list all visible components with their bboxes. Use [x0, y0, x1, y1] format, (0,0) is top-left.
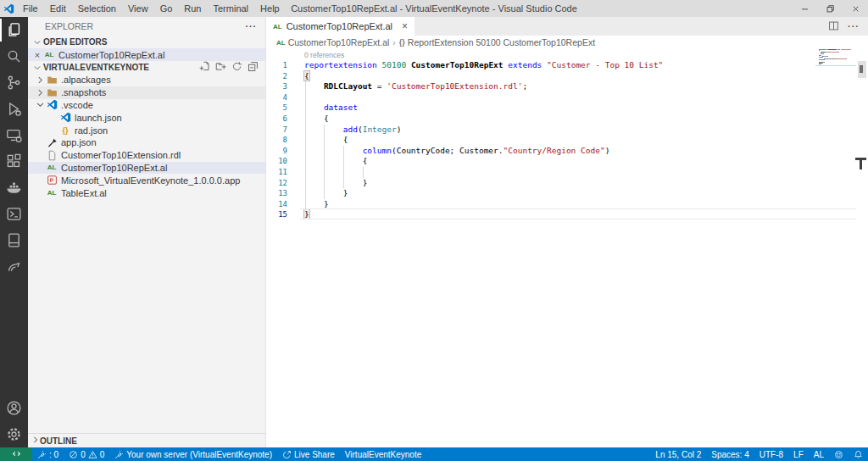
- code-line-11[interactable]: 11: [266, 167, 868, 178]
- code-line-1[interactable]: 1reportextension 50100 CustomerTop10RepE…: [266, 60, 868, 71]
- vscode-window: { "window": { "title": "CustomerTop10Rep…: [0, 0, 868, 461]
- activity-remote-explorer[interactable]: [0, 122, 28, 148]
- split-editor-icon[interactable]: [828, 20, 839, 33]
- code-line-4[interactable]: 4: [266, 92, 868, 103]
- workspace-header[interactable]: VIRTUALEVENTKEYNOTE: [28, 61, 265, 74]
- tree-item-customertop10repext-al[interactable]: ALCustomerTop10RepExt.al: [28, 162, 265, 175]
- editor-more-actions-icon[interactable]: ···: [848, 21, 860, 31]
- status-live-share-status[interactable]: Live Share: [277, 447, 340, 461]
- activity-search[interactable]: [0, 43, 28, 69]
- open-editor-item[interactable]: ×ALCustomerTop10RepExt.al: [28, 48, 265, 61]
- restore-button[interactable]: [817, 0, 843, 17]
- breadcrumb-item[interactable]: CustomerTop10RepExt.al: [288, 37, 390, 47]
- menu-selection[interactable]: Selection: [72, 0, 122, 17]
- tree-item--vscode[interactable]: .vscode: [28, 99, 265, 112]
- codelens-references[interactable]: 0 references: [304, 51, 344, 59]
- menu-file[interactable]: File: [17, 0, 44, 17]
- remote-icon: [6, 127, 22, 143]
- status-eol[interactable]: LF: [788, 447, 809, 461]
- code-line-5[interactable]: 5 dataset: [266, 103, 868, 114]
- activity-explorer[interactable]: [0, 17, 28, 43]
- code-line-2[interactable]: 2{: [266, 71, 868, 82]
- tree-item-rad-json[interactable]: {}rad.json: [28, 124, 265, 136]
- minimize-button[interactable]: [792, 0, 817, 17]
- new-file-icon[interactable]: [199, 61, 210, 74]
- activity-run-debug[interactable]: [0, 96, 28, 122]
- breadcrumb-item[interactable]: ReportExtension 50100 CustomerTop10RepEx…: [408, 37, 595, 47]
- tree-item--alpackages[interactable]: .alpackages: [28, 74, 265, 86]
- activity-docker[interactable]: [0, 175, 28, 201]
- code-line-12[interactable]: 12 }: [266, 178, 868, 189]
- status-text: VirtualEventKeynote: [345, 450, 421, 459]
- refresh-icon[interactable]: [231, 61, 242, 74]
- activity-extensions[interactable]: [0, 148, 28, 175]
- tree-item-customertop10extension-rdl[interactable]: CustomerTop10Extension.rdl: [28, 149, 265, 162]
- explorer-more-actions[interactable]: ···: [246, 21, 258, 31]
- menu-go[interactable]: Go: [154, 0, 179, 17]
- line-number: 13: [266, 188, 287, 199]
- tree-item-microsoft-virtualeventkeynote-1-0-0-0-app[interactable]: Microsoft_VirtualEventKeynote_1.0.0.0.ap…: [28, 174, 265, 186]
- status-encoding[interactable]: UTF-8: [754, 447, 788, 461]
- activity-accounts[interactable]: [0, 395, 28, 421]
- account-icon: [6, 400, 22, 416]
- code-line-7[interactable]: 7 add(Integer): [266, 125, 868, 136]
- activity-powershell[interactable]: [0, 201, 28, 227]
- status-indentation[interactable]: Spaces: 4: [706, 447, 754, 461]
- menu-view[interactable]: View: [122, 0, 154, 17]
- status-problems-status[interactable]: 00: [64, 447, 109, 461]
- status-al-server-status[interactable]: Your own server (VirtualEventKeynote): [109, 447, 277, 461]
- code-editor[interactable]: 0 references 1reportextension 50100 Cust…: [266, 49, 868, 447]
- tree-item--snapshots[interactable]: .snapshots: [28, 86, 265, 99]
- activity-source-control[interactable]: [0, 69, 28, 96]
- new-folder-icon[interactable]: [215, 61, 226, 74]
- open-editors-header[interactable]: OPEN EDITORS: [28, 36, 265, 48]
- code-text: RDLCLayout = 'CustomerTop10Extension.rdl…: [287, 81, 527, 92]
- menu-run[interactable]: Run: [178, 0, 207, 17]
- code-line-9[interactable]: 9 column(CountryCode; Customer."Country/…: [266, 146, 868, 157]
- code-text: reportextension 50100 CustomerTop10RepEx…: [287, 60, 663, 71]
- tree-item-app-json[interactable]: app.json: [28, 136, 265, 149]
- al-file-icon: AL: [43, 49, 55, 61]
- activity-signal[interactable]: [0, 253, 28, 280]
- code-line-6[interactable]: 6 {: [266, 114, 868, 125]
- status-language-mode[interactable]: AL: [809, 447, 829, 461]
- status-notifications[interactable]: [849, 447, 868, 461]
- status-feedback[interactable]: [829, 447, 849, 461]
- activity-book[interactable]: [0, 227, 28, 253]
- code-text: }: [287, 178, 367, 189]
- tree-item-label: app.json: [61, 137, 97, 147]
- line-number: 14: [266, 199, 287, 210]
- code-line-3[interactable]: 3 RDLCLayout = 'CustomerTop10Extension.r…: [266, 81, 868, 92]
- menu-edit[interactable]: Edit: [44, 0, 72, 17]
- close-tab-icon[interactable]: ×: [402, 20, 408, 32]
- status-cursor-position[interactable]: Ln 15, Col 2: [650, 447, 706, 461]
- status-remote-indicator[interactable]: [0, 447, 32, 461]
- menu-help[interactable]: Help: [254, 0, 286, 17]
- close-window-button[interactable]: [843, 0, 868, 17]
- minimap[interactable]: [819, 49, 856, 66]
- status-text: 0: [100, 450, 105, 459]
- tree-item-tableext-al[interactable]: ALTableExt.al: [28, 186, 265, 199]
- files-icon: [6, 22, 22, 38]
- code-line-13[interactable]: 13 }: [266, 188, 868, 199]
- tree-item-launch-json[interactable]: launch.json: [28, 111, 265, 124]
- line-number: 6: [266, 114, 287, 125]
- menu-terminal[interactable]: Terminal: [208, 0, 255, 17]
- code-line-8[interactable]: 8 {: [266, 135, 868, 146]
- editor-scrollbar[interactable]: [856, 49, 868, 447]
- vscode-logo-icon: [0, 3, 17, 14]
- file-type-file-icon: [46, 149, 58, 161]
- activity-settings[interactable]: [0, 421, 28, 447]
- signal-icon: [6, 258, 22, 275]
- code-line-10[interactable]: 10 {: [266, 156, 868, 167]
- breadcrumb: ALCustomerTop10RepExt.al›{}ReportExtensi…: [266, 36, 868, 49]
- smiley-icon: [834, 450, 843, 459]
- collapse-all-icon[interactable]: [248, 61, 259, 74]
- explorer-header: EXPLORER ···: [28, 17, 265, 36]
- tab-customertop10repext[interactable]: AL CustomerTop10RepExt.al ×: [266, 17, 415, 36]
- status-workspace-status[interactable]: VirtualEventKeynote: [340, 447, 426, 461]
- outline-section-header[interactable]: OUTLINE: [28, 433, 265, 447]
- line-number: 5: [266, 103, 287, 114]
- status-al-rad-status[interactable]: : 0: [32, 447, 64, 461]
- close-editor-icon[interactable]: ×: [31, 50, 43, 60]
